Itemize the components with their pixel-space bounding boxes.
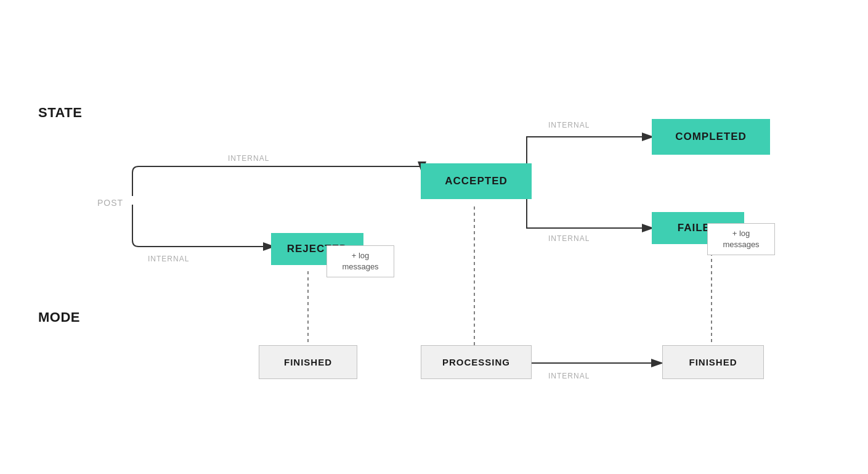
accepted-state-box: ACCEPTED <box>421 163 532 199</box>
finished-mode-box-2: FINISHED <box>662 345 764 379</box>
internal-label-2: INTERNAL <box>148 255 189 263</box>
internal-label-5: INTERNAL <box>548 372 590 380</box>
internal-label-1: INTERNAL <box>228 154 269 163</box>
mode-section-label: MODE <box>38 309 80 325</box>
state-section-label: STATE <box>38 105 82 121</box>
finished-mode-box-1: FINISHED <box>259 345 357 379</box>
internal-label-3: INTERNAL <box>548 121 590 129</box>
diagram-container: STATE MODE POST INTERNAL INTERNAL INTERN… <box>0 0 868 474</box>
log-box-rejected: + log messages <box>327 245 394 277</box>
log-box-failed: + log messages <box>707 223 775 255</box>
internal-label-4: INTERNAL <box>548 234 590 243</box>
post-label: POST <box>97 198 123 208</box>
completed-state-box: COMPLETED <box>652 119 770 155</box>
processing-mode-box: PROCESSING <box>421 345 532 379</box>
